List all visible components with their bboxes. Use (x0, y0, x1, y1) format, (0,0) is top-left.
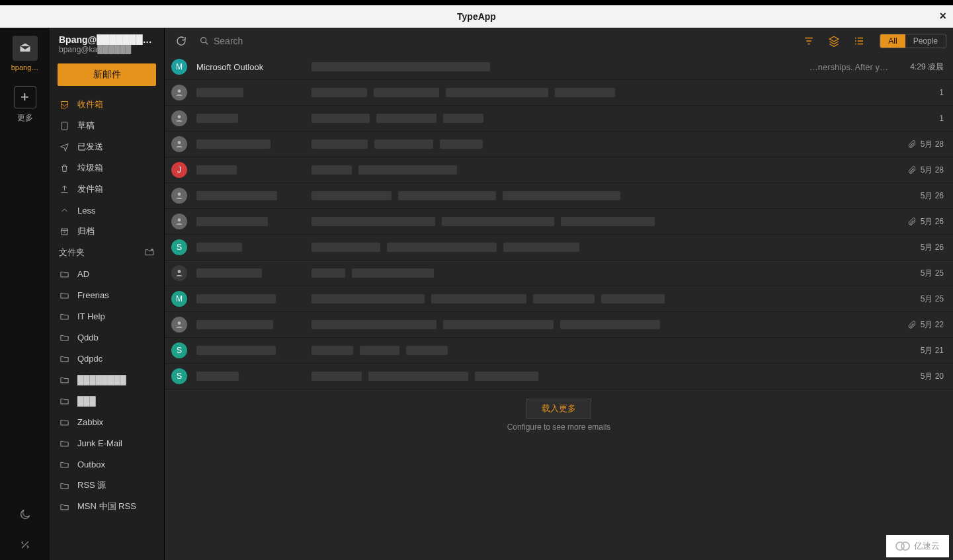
add-folder-button[interactable] (144, 247, 155, 259)
view-segment: All People (880, 34, 946, 48)
folder-icon (59, 501, 69, 512)
folder-item[interactable]: Qddb (50, 327, 164, 348)
message-row[interactable]: S5月 26 (165, 235, 953, 260)
search-icon (199, 36, 210, 46)
stack-button[interactable] (824, 31, 844, 51)
folder-icon (59, 480, 69, 491)
message-subject (311, 140, 888, 149)
folder-icon (59, 332, 69, 342)
message-subject (311, 243, 888, 252)
attachment-icon (907, 217, 917, 226)
message-date: 1 (897, 88, 944, 97)
refresh-icon (175, 35, 187, 47)
seg-all[interactable]: All (880, 34, 905, 48)
message-subject (311, 165, 888, 175)
nav-list: 收件箱 草稿 已发送 垃圾箱 发件箱 Less (50, 94, 164, 560)
message-row[interactable]: 5月 26 (165, 183, 953, 209)
message-row[interactable]: M5月 25 (165, 286, 953, 312)
message-list[interactable]: MMicrosoft Outlook…nerships. After y…4:2… (165, 54, 953, 560)
folder-item[interactable]: ███ (50, 390, 164, 411)
account-email: bpang@ka██████ (59, 45, 155, 54)
avatar: M (171, 291, 187, 307)
message-sender (196, 243, 302, 252)
select-mode-button[interactable] (849, 31, 869, 51)
nav-sent[interactable]: 已发送 (50, 136, 164, 157)
theme-toggle[interactable] (0, 499, 50, 530)
message-subject (311, 346, 888, 355)
seg-people[interactable]: People (905, 34, 946, 48)
folder-item[interactable]: Junk E-Mail (50, 432, 164, 454)
attachment-icon (907, 320, 917, 329)
folder-icon (59, 268, 69, 279)
folder-icon (59, 353, 69, 364)
outbox-icon (59, 184, 69, 194)
account-header[interactable]: Bpang@███████… bpang@ka██████ (50, 28, 164, 58)
message-subject: …nerships. After y… (311, 62, 888, 72)
checklist-icon (853, 35, 865, 47)
message-row[interactable]: 1 (165, 80, 953, 106)
message-date: 4:29 凌晨 (897, 61, 944, 73)
message-row[interactable]: S5月 20 (165, 364, 953, 389)
message-row[interactable]: 5月 28 (165, 132, 953, 157)
svg-point-2 (201, 38, 206, 43)
message-sender (196, 268, 302, 278)
avatar (171, 136, 187, 152)
folder-item[interactable]: ████████ (50, 369, 164, 390)
sent-icon (59, 141, 69, 152)
avatar (171, 214, 187, 229)
main-pane: All People MMicrosoft Outlook…nerships. … (165, 28, 953, 560)
folder-item[interactable]: Zabbix (50, 411, 164, 432)
nav-less[interactable]: Less (50, 200, 164, 221)
refresh-button[interactable] (171, 31, 191, 51)
rail-account[interactable] (13, 36, 38, 61)
message-subject (311, 294, 888, 303)
message-row[interactable]: 1 (165, 106, 953, 132)
folder-item[interactable]: IT Help (50, 305, 164, 327)
accounts-rail: bpang… + 更多 (0, 28, 50, 560)
window-titlebar: TypeApp × (0, 5, 953, 28)
message-row[interactable]: 5月 25 (165, 260, 953, 286)
filter-button[interactable] (799, 31, 819, 51)
close-icon[interactable]: × (939, 9, 946, 23)
message-subject (311, 191, 888, 200)
message-date: 5月 25 (897, 268, 944, 279)
nav-archive[interactable]: 归档 (50, 221, 164, 242)
message-row[interactable]: 5月 26 (165, 209, 953, 235)
folder-item[interactable]: Outbox (50, 454, 164, 475)
folder-item[interactable]: Freenas (50, 284, 164, 305)
settings-button[interactable] (0, 530, 50, 560)
svg-point-5 (178, 141, 181, 144)
message-row[interactable]: 5月 22 (165, 312, 953, 338)
message-date: 5月 20 (897, 371, 944, 382)
search-input[interactable] (214, 36, 386, 46)
folder-item[interactable]: MSN 中国 RSS (50, 496, 164, 517)
message-row[interactable]: S5月 21 (165, 338, 953, 364)
filter-icon (803, 35, 815, 47)
add-account-button[interactable]: + (14, 86, 36, 108)
folder-sidebar: Bpang@███████… bpang@ka██████ 新邮件 收件箱 草稿… (50, 28, 165, 560)
message-date: 1 (897, 114, 944, 123)
folder-icon (59, 290, 69, 300)
message-row[interactable]: MMicrosoft Outlook…nerships. After y…4:2… (165, 54, 953, 80)
message-sender (196, 217, 302, 226)
compose-button[interactable]: 新邮件 (58, 63, 156, 86)
svg-rect-0 (62, 122, 67, 129)
nav-drafts[interactable]: 草稿 (50, 115, 164, 136)
folder-item[interactable]: Qdpdc (50, 348, 164, 369)
avatar (171, 317, 187, 333)
nav-trash[interactable]: 垃圾箱 (50, 157, 164, 179)
search-field[interactable] (199, 36, 386, 46)
list-toolbar: All People (165, 28, 953, 54)
message-date: 5月 21 (897, 345, 944, 356)
tools-icon (19, 538, 32, 551)
message-row[interactable]: J5月 28 (165, 157, 953, 183)
archive-icon (59, 226, 69, 237)
load-more-button[interactable]: 载入更多 (526, 399, 591, 419)
nav-inbox[interactable]: 收件箱 (50, 94, 164, 115)
nav-outbox-top[interactable]: 发件箱 (50, 179, 164, 200)
folder-item[interactable]: RSS 源 (50, 475, 164, 496)
folder-item[interactable]: AD (50, 263, 164, 284)
message-sender (196, 294, 302, 303)
watermark-icon (895, 539, 910, 553)
message-date: 5月 25 (897, 294, 944, 305)
